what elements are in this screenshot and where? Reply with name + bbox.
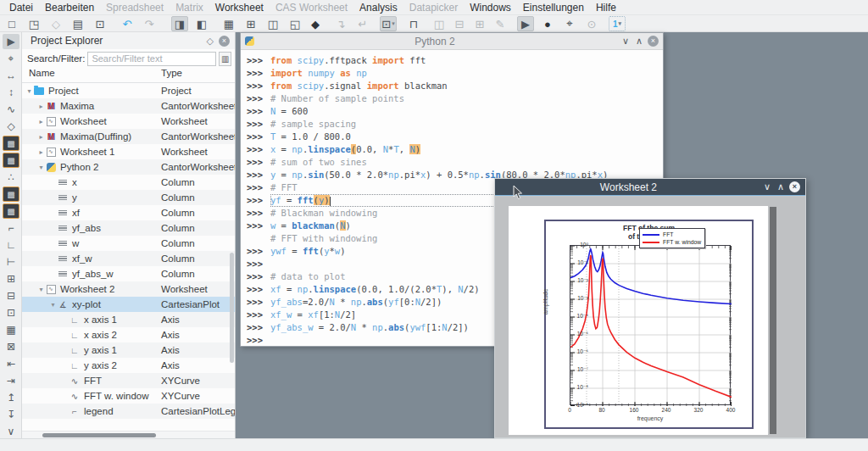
tree-row-xy-plot[interactable]: ▾∡xy-plotCartesianPlot bbox=[22, 297, 235, 312]
tree-row-yf-abs[interactable]: yf_absColumn bbox=[22, 220, 235, 236]
tree-row-maxima-duffing-[interactable]: ▸MMaxima(Duffing)CantorWorksheet bbox=[22, 129, 235, 144]
dropdown-arrow-icon[interactable]: ▾ bbox=[392, 20, 395, 27]
zoom-select-icon[interactable]: ⌖ bbox=[561, 16, 578, 31]
duplicate-icon[interactable]: ◫ bbox=[264, 16, 281, 31]
maximize-icon[interactable]: ∧ bbox=[636, 36, 643, 47]
menu-einstellungen[interactable]: Einstellungen bbox=[517, 0, 590, 15]
tree-row-y-axis-2[interactable]: ∟y axis 2Axis bbox=[22, 358, 235, 373]
expander-icon[interactable]: ▸ bbox=[37, 118, 45, 125]
expander-icon[interactable]: ▾ bbox=[49, 301, 57, 309]
console-line[interactable]: >>>N = 600 bbox=[247, 105, 663, 118]
curve-fft-w-window[interactable] bbox=[570, 255, 732, 397]
tree-vertical-scrollbar[interactable] bbox=[230, 253, 234, 363]
tree-row-y-axis-1[interactable]: ∟y axis 1Axis bbox=[22, 342, 235, 358]
axis-tool-1-icon[interactable]: ⌐ bbox=[3, 220, 19, 236]
tree-row-fft[interactable]: ∿FFTXYCurve bbox=[22, 373, 235, 388]
save-project-icon[interactable]: ◇ bbox=[47, 16, 64, 31]
python-window-titlebar[interactable]: Python 2 ∨ ∧ × bbox=[241, 33, 663, 50]
worksheet-vertical-scrollbar[interactable] bbox=[770, 207, 776, 434]
worksheet-window-titlebar[interactable]: Worksheet 2 ∨ ∧ × bbox=[495, 179, 805, 196]
zoom-in-region-icon[interactable]: ⊞ bbox=[3, 271, 19, 287]
new-workbook-icon[interactable]: ◨ bbox=[171, 16, 188, 31]
new-spreadsheet-icon[interactable]: ▦ bbox=[220, 16, 237, 31]
split-horizontal-icon[interactable]: ⊟ bbox=[451, 16, 468, 31]
tree-row-worksheet[interactable]: ▸∿WorksheetWorksheet bbox=[22, 114, 235, 129]
worksheet-page[interactable]: FFT of the sum of two sines amplitude fr… bbox=[509, 206, 768, 435]
new-datapicker-icon[interactable]: ◧ bbox=[193, 16, 210, 31]
plot-axes-area[interactable] bbox=[570, 245, 731, 405]
search-filter-input[interactable] bbox=[87, 52, 216, 66]
filter-options-button[interactable]: ▥ bbox=[219, 52, 231, 66]
tree-row-legend[interactable]: ⌐legendCartesianPlotLege... bbox=[22, 404, 235, 419]
console-line[interactable]: >>># sum of two sines bbox=[247, 156, 663, 169]
console-line[interactable]: >>>from scipy.fftpack import fft bbox=[247, 54, 663, 67]
zoom-fit-icon[interactable]: ⊙ bbox=[583, 16, 600, 31]
close-icon[interactable]: × bbox=[648, 36, 659, 47]
minimize-icon[interactable]: ∨ bbox=[622, 36, 629, 47]
console-line[interactable]: >>># sample spacing bbox=[247, 118, 663, 131]
maximize-icon[interactable]: ∧ bbox=[777, 181, 784, 192]
tree-row-x-axis-2[interactable]: ∟x axis 2Axis bbox=[22, 327, 235, 342]
zoom-out-region-icon[interactable]: ⊟ bbox=[3, 288, 19, 303]
plot-template-2-icon[interactable]: ▩ bbox=[3, 153, 19, 168]
new-worksheet-icon[interactable]: ◱ bbox=[287, 16, 303, 31]
tree-horizontal-scrollbar[interactable] bbox=[22, 431, 235, 438]
h-zoom-tool-icon[interactable]: ↔ bbox=[3, 68, 19, 83]
split-grid-icon[interactable]: ⊞ bbox=[471, 16, 488, 31]
menu-matrix[interactable]: Matrix bbox=[170, 0, 209, 15]
menu-hilfe[interactable]: Hilfe bbox=[590, 0, 622, 15]
tree-row-python-2[interactable]: ▾Python 2CantorWorksheet bbox=[22, 159, 235, 175]
tree-row-maxima[interactable]: ▸MMaximaCantorWorksheet bbox=[22, 98, 235, 114]
print-preview-icon[interactable]: ⊡ bbox=[92, 16, 108, 31]
tree-row-x[interactable]: xColumn bbox=[22, 175, 235, 190]
redo-icon[interactable]: ↷ bbox=[141, 16, 158, 31]
tree-row-project[interactable]: ▾ProjectProject bbox=[22, 83, 235, 98]
tree-row-w[interactable]: wColumn bbox=[22, 236, 235, 251]
expander-icon[interactable]: ▸ bbox=[37, 133, 45, 141]
xy-curve-tool-icon[interactable]: ∿ bbox=[3, 102, 19, 117]
float-panel-icon[interactable]: ◇ bbox=[207, 36, 214, 47]
undo-icon[interactable]: ↶ bbox=[119, 16, 136, 31]
prism-tool-icon[interactable]: ◇ bbox=[3, 119, 19, 134]
menu-windows[interactable]: Windows bbox=[464, 0, 517, 15]
cartesian-plot[interactable]: FFT of the sum of two sines amplitude fr… bbox=[544, 220, 754, 429]
console-line[interactable]: >>>import numpy as np bbox=[247, 67, 663, 80]
scatter-template-icon[interactable]: ∴ bbox=[3, 170, 19, 185]
menu-spreadsheet[interactable]: Spreadsheet bbox=[100, 0, 170, 15]
zoom-region-icon[interactable]: ⊡▾ bbox=[380, 16, 397, 31]
tree-row-worksheet-1[interactable]: ▸∿Worksheet 1Worksheet bbox=[22, 144, 235, 159]
minimize-icon[interactable]: ∨ bbox=[764, 181, 771, 192]
ink-droplet-icon[interactable]: ◆ bbox=[307, 16, 324, 31]
pan-up-icon[interactable]: ↥ bbox=[3, 390, 19, 405]
more-chevron-icon[interactable]: ∨ bbox=[3, 424, 19, 439]
new-matrix-icon[interactable]: ⊞ bbox=[242, 16, 259, 31]
v-zoom-tool-icon[interactable]: ↕ bbox=[3, 85, 19, 100]
menu-bearbeiten[interactable]: Bearbeiten bbox=[39, 0, 100, 15]
zoom-fit-region-icon[interactable]: ⊡ bbox=[3, 305, 19, 320]
fit-selection-icon[interactable]: ▦ bbox=[3, 322, 19, 337]
menu-analysis[interactable]: Analysis bbox=[353, 0, 403, 15]
pointer-mode-icon[interactable]: ▶ bbox=[517, 16, 534, 31]
import-file-icon[interactable]: ↴ bbox=[332, 16, 349, 31]
tree-row-x-axis-1[interactable]: ∟x axis 1Axis bbox=[22, 312, 235, 327]
export-file-icon[interactable]: ↵ bbox=[354, 16, 371, 31]
plot-template-4-icon[interactable]: ▩ bbox=[3, 203, 19, 219]
plot-legend[interactable]: FFTFFT w. window bbox=[639, 228, 705, 248]
scrollbar-thumb[interactable] bbox=[42, 433, 156, 437]
plot-template-1-icon[interactable]: ▩ bbox=[3, 136, 19, 151]
print-icon[interactable]: ▤ bbox=[70, 16, 86, 31]
plot-template-3-icon[interactable]: ▩ bbox=[3, 187, 19, 202]
curve-fft[interactable] bbox=[570, 249, 732, 304]
axis-tool-3-icon[interactable]: ⊢ bbox=[3, 254, 19, 270]
zoom-select-tool-icon[interactable]: ⌖ bbox=[3, 51, 19, 66]
column-header-type[interactable]: Type bbox=[161, 68, 182, 82]
console-line[interactable]: >>># Number of sample points bbox=[247, 92, 663, 105]
pan-down-icon[interactable]: ↧ bbox=[3, 407, 19, 422]
tree-row-yf-abs-w[interactable]: yf_abs_wColumn bbox=[22, 266, 235, 281]
touch-mode-icon[interactable]: ● bbox=[539, 16, 556, 31]
draw-pen-icon[interactable]: ✎ bbox=[492, 16, 509, 31]
text-frame-icon[interactable]: ⊓ bbox=[405, 16, 422, 31]
close-icon[interactable]: × bbox=[789, 181, 800, 192]
presenter-mode-icon[interactable]: 1▾ bbox=[609, 16, 626, 31]
new-project-icon[interactable]: □ bbox=[3, 16, 20, 31]
